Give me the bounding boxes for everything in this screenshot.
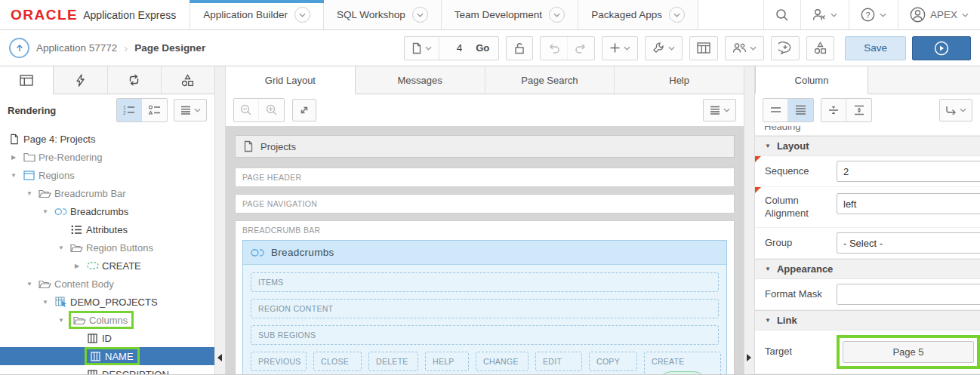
- chevron-down-icon[interactable]: [412, 7, 428, 23]
- utilities-menu-button[interactable]: [646, 37, 682, 60]
- slot-sub-regions[interactable]: SUB REGIONS: [251, 325, 719, 345]
- zoom-out-button[interactable]: [234, 99, 259, 121]
- create-menu-button[interactable]: [602, 37, 637, 60]
- tab-grid-layout[interactable]: Grid Layout: [226, 66, 356, 94]
- tab-column-properties[interactable]: Column: [755, 66, 868, 94]
- tree-node-id[interactable]: ID: [0, 329, 214, 347]
- tree-collapse-arrow-icon[interactable]: ▼: [54, 317, 69, 324]
- right-splitter[interactable]: [744, 66, 755, 375]
- tab-packaged-apps[interactable]: Packaged Apps: [578, 0, 698, 29]
- expand-all-button[interactable]: [846, 99, 871, 121]
- show-common-button[interactable]: [763, 99, 788, 121]
- button-slot-previous[interactable]: PREVIOUS: [251, 352, 307, 371]
- tab-rendering[interactable]: [0, 66, 54, 94]
- tree-collapse-arrow-icon[interactable]: ▼: [22, 190, 37, 197]
- page-number-input[interactable]: [439, 37, 467, 60]
- breadcrumb-application[interactable]: Application 57772: [36, 42, 117, 54]
- tree-node-create[interactable]: ▶CREATE: [0, 257, 214, 275]
- show-all-button[interactable]: [788, 99, 813, 121]
- tab-application-builder[interactable]: Application Builder: [190, 0, 324, 29]
- slot-region-content[interactable]: REGION CONTENT: [251, 299, 719, 318]
- tree-node-region-buttons[interactable]: ▼Region Buttons: [0, 238, 214, 257]
- tab-dynamic-actions[interactable]: [54, 66, 107, 94]
- back-to-application-button[interactable]: [9, 38, 29, 58]
- tab-processing[interactable]: [108, 66, 162, 94]
- tree-expand-arrow-icon[interactable]: ▶: [69, 263, 85, 269]
- team-menu-button[interactable]: [726, 37, 763, 60]
- breadcrumbs-region-header[interactable]: Breadcrumbs: [243, 241, 726, 265]
- chevron-down-icon[interactable]: [294, 7, 310, 23]
- button-slot-edit[interactable]: EDIT: [535, 352, 582, 371]
- button-slot-delete[interactable]: DELETE: [368, 352, 418, 371]
- run-page-button[interactable]: [912, 36, 971, 60]
- layout-columns-button[interactable]: [690, 37, 717, 60]
- tree-node-attributes[interactable]: Attributes: [0, 220, 214, 238]
- sort-type-button[interactable]: [142, 99, 167, 121]
- button-slot-change[interactable]: CHANGE: [476, 352, 529, 371]
- tree-node-demo-projects[interactable]: ▼DEMO_PROJECTS: [0, 293, 214, 311]
- group-select-input[interactable]: [837, 232, 980, 254]
- tree-node-content-body[interactable]: ▼Content Body: [0, 275, 214, 293]
- tree-node-name[interactable]: NAME: [0, 347, 214, 365]
- tree-collapse-arrow-icon[interactable]: ▼: [6, 172, 21, 179]
- tree-collapse-arrow-icon[interactable]: ▼: [38, 208, 53, 215]
- button-slot-help[interactable]: HELP: [425, 352, 469, 371]
- tab-page-search[interactable]: Page Search: [485, 66, 615, 94]
- goto-menu-button[interactable]: [939, 99, 972, 121]
- button-slot-close[interactable]: CLOSE: [313, 352, 362, 371]
- tree-node-pre-rendering[interactable]: ▶Pre-Rendering: [0, 148, 214, 166]
- shared-components-button[interactable]: [807, 37, 834, 60]
- tab-team-development[interactable]: Team Development: [442, 0, 578, 29]
- tab-page-shared-components[interactable]: [162, 66, 214, 94]
- tab-messages[interactable]: Messages: [356, 66, 485, 94]
- slot-page-navigation[interactable]: PAGE NAVIGATION: [235, 194, 735, 214]
- section-layout[interactable]: ▼ Layout: [755, 136, 980, 156]
- tab-help[interactable]: Help: [615, 66, 744, 94]
- left-splitter[interactable]: [214, 66, 226, 375]
- redo-button[interactable]: [568, 37, 594, 60]
- tree-node-breadcrumbs[interactable]: ▼Breadcrumbs: [0, 202, 214, 220]
- page-select-button[interactable]: [405, 37, 439, 60]
- sort-order-button[interactable]: 12: [117, 99, 142, 121]
- tree-collapse-arrow-icon[interactable]: ▼: [22, 281, 37, 287]
- chevron-down-icon[interactable]: [549, 7, 565, 23]
- go-button[interactable]: Go: [467, 37, 498, 60]
- help-menu-button[interactable]: ?: [849, 0, 898, 29]
- slot-breadcrumb-bar[interactable]: BREADCRUMB BAR Breadcrumbs ITEMS REGION …: [235, 220, 735, 375]
- page-title-bar[interactable]: Projects: [235, 135, 735, 158]
- user-menu-button[interactable]: APEX: [898, 0, 980, 29]
- button-slot-copy[interactable]: COPY: [589, 352, 637, 371]
- collapse-left-panel-icon[interactable]: [217, 354, 222, 361]
- search-button[interactable]: [763, 0, 800, 29]
- link-target-button[interactable]: Page 5: [843, 341, 974, 363]
- section-link[interactable]: ▼ Link: [755, 310, 980, 330]
- tree-node-page-4-projects[interactable]: Page 4: Projects: [0, 130, 214, 148]
- column-alignment-input[interactable]: [837, 193, 980, 214]
- tree-node-breadcrumb-bar[interactable]: ▼Breadcrumb Bar: [0, 184, 214, 202]
- collapse-right-panel-icon[interactable]: [747, 354, 751, 361]
- chevron-down-icon[interactable]: [669, 7, 685, 23]
- tree-collapse-arrow-icon[interactable]: ▼: [54, 244, 69, 251]
- slot-items[interactable]: ITEMS: [251, 272, 719, 292]
- slot-page-header[interactable]: PAGE HEADER: [235, 168, 735, 187]
- save-button[interactable]: Save: [845, 36, 906, 60]
- tree-node-description[interactable]: DESCRIPTION: [0, 365, 214, 375]
- section-appearance[interactable]: ▼ Appearance: [755, 259, 980, 279]
- tree-collapse-arrow-icon[interactable]: ▼: [38, 299, 53, 306]
- feedback-button[interactable]: [772, 37, 799, 60]
- tab-sql-workshop[interactable]: SQL Workshop: [324, 0, 442, 29]
- sequence-input[interactable]: [837, 161, 980, 182]
- tree-expand-arrow-icon[interactable]: ▶: [6, 154, 21, 161]
- grid-menu-button[interactable]: [703, 99, 736, 121]
- lock-page-button[interactable]: [507, 37, 532, 60]
- breadcrumbs-region[interactable]: Breadcrumbs ITEMS REGION CONTENT SUB REG…: [242, 240, 727, 375]
- create-button[interactable]: CREATE: [658, 371, 707, 375]
- undo-button[interactable]: [541, 37, 568, 60]
- format-mask-input[interactable]: [837, 284, 980, 305]
- tree-node-regions[interactable]: ▼Regions: [0, 166, 214, 184]
- collapse-all-button[interactable]: [821, 99, 846, 121]
- administration-menu-button[interactable]: [800, 0, 849, 29]
- button-slot-create[interactable]: CREATECREATE: [644, 352, 721, 375]
- tree-menu-button[interactable]: [174, 99, 207, 121]
- tree-node-columns[interactable]: ▼Columns: [0, 311, 214, 329]
